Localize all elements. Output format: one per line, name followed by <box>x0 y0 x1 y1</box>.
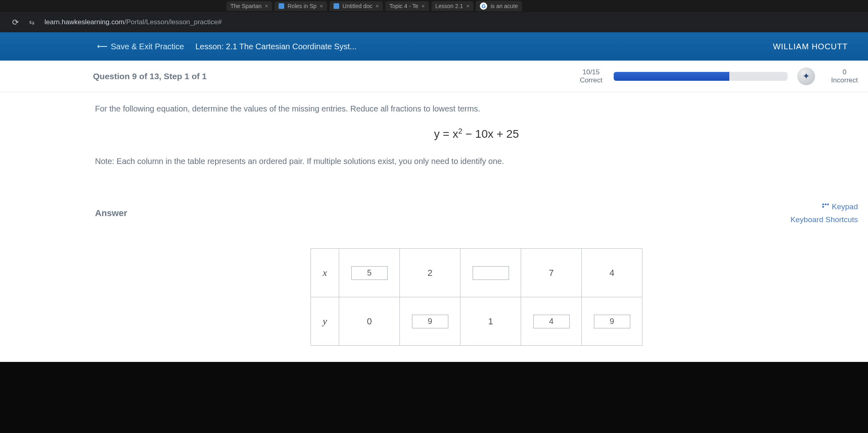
answer-table: x 2 7 4 y 0 1 <box>310 248 642 346</box>
score-value: 10/15 <box>583 68 600 76</box>
tab-label: Untitled doc <box>342 3 372 9</box>
keypad-label: Keypad <box>832 202 858 211</box>
cell-y-1 <box>400 297 460 346</box>
progress-fill <box>614 72 729 81</box>
cell-x-3: 7 <box>521 249 582 297</box>
keypad-icon <box>822 204 829 210</box>
incorrect-label: Incorrect <box>831 76 858 84</box>
doc-icon <box>279 3 284 9</box>
address-bar: ⟳ ⇆ learn.hawkeslearning.com/Portal/Less… <box>0 12 868 32</box>
incorrect-box: 0 Incorrect <box>831 68 858 84</box>
keypad-button[interactable]: Keypad <box>822 202 858 211</box>
close-icon[interactable]: × <box>466 3 469 9</box>
x-input-2[interactable] <box>473 266 509 280</box>
tab-label: Lesson 2.1 <box>435 3 463 9</box>
answer-heading: Answer <box>95 208 127 219</box>
tab-acute[interactable]: Gis an acute <box>476 1 522 11</box>
y-input-1[interactable] <box>412 315 448 328</box>
score-label: Correct <box>580 76 602 84</box>
reload-icon[interactable]: ⟳ <box>12 17 19 27</box>
url-path: /Portal/Lesson/lesson_practice# <box>125 18 222 26</box>
url-domain: learn.hawkeslearning.com <box>44 18 125 26</box>
lesson-title: Lesson: 2.1 The Cartesian Coordinate Sys… <box>195 42 357 51</box>
cell-y-4 <box>582 297 642 346</box>
cell-y-2: 1 <box>460 297 521 346</box>
user-name[interactable]: WILLIAM HOCUTT <box>773 42 848 51</box>
cell-x-1: 2 <box>400 249 460 297</box>
close-icon[interactable]: × <box>320 3 323 9</box>
close-icon[interactable]: × <box>265 3 268 9</box>
incorrect-count: 0 <box>843 68 846 76</box>
browser-tabs: The Spartan× Roles in Sp× Untitled doc× … <box>0 0 868 12</box>
table-row-x: x 2 7 4 <box>311 249 642 297</box>
back-arrow-icon: ⟵ <box>97 42 108 51</box>
score-box: 10/15 Correct <box>580 68 602 84</box>
x-input-0[interactable] <box>351 266 388 280</box>
tab-roles[interactable]: Roles in Sp× <box>275 1 327 11</box>
x-header: x <box>311 249 339 297</box>
keyboard-shortcuts-link[interactable]: Keyboard Shortcuts <box>790 215 858 224</box>
url-field[interactable]: learn.hawkeslearning.com/Portal/Lesson/l… <box>44 18 222 26</box>
tab-label: Topic 4 - Te <box>389 3 418 9</box>
tab-label: Roles in Sp <box>287 3 317 9</box>
question-content: For the following equation, determine th… <box>0 92 868 362</box>
progress-bar-row: Question 9 of 13, Step 1 of 1 10/15 Corr… <box>0 61 868 92</box>
tab-untitled[interactable]: Untitled doc× <box>329 1 383 11</box>
tab-label: The Spartan <box>230 3 262 9</box>
achievement-badge[interactable]: ✦ <box>797 67 815 85</box>
cell-y-3 <box>521 297 582 346</box>
close-icon[interactable]: × <box>422 3 425 9</box>
close-icon[interactable]: × <box>376 3 379 9</box>
cell-x-4: 4 <box>582 249 642 297</box>
doc-icon <box>334 3 339 9</box>
question-indicator: Question 9 of 13, Step 1 of 1 <box>93 71 207 81</box>
input-tools: Keypad Keyboard Shortcuts <box>790 202 858 224</box>
cell-x-2 <box>460 249 521 297</box>
tab-label: is an acute <box>490 3 518 9</box>
site-settings-icon[interactable]: ⇆ <box>29 19 34 26</box>
progress-bar <box>614 72 788 81</box>
tab-topic[interactable]: Topic 4 - Te× <box>385 1 429 11</box>
note-text: Note: Each column in the table represent… <box>95 157 858 166</box>
cell-x-0 <box>339 249 400 297</box>
y-input-3[interactable] <box>533 315 570 328</box>
cell-y-0: 0 <box>339 297 400 346</box>
save-exit-button[interactable]: ⟵Save & Exit Practice <box>97 42 184 51</box>
y-header: y <box>311 297 339 346</box>
app-header: ⟵Save & Exit Practice Lesson: 2.1 The Ca… <box>0 32 868 61</box>
save-exit-label: Save & Exit Practice <box>111 42 184 51</box>
table-row-y: y 0 1 <box>311 297 642 346</box>
tab-spartan[interactable]: The Spartan× <box>226 1 272 11</box>
equation: y = x2 − 10x + 25 <box>95 127 858 141</box>
y-input-4[interactable] <box>594 315 630 328</box>
tab-lesson[interactable]: Lesson 2.1× <box>431 1 474 11</box>
google-icon: G <box>480 2 487 10</box>
instruction-text: For the following equation, determine th… <box>95 104 858 114</box>
